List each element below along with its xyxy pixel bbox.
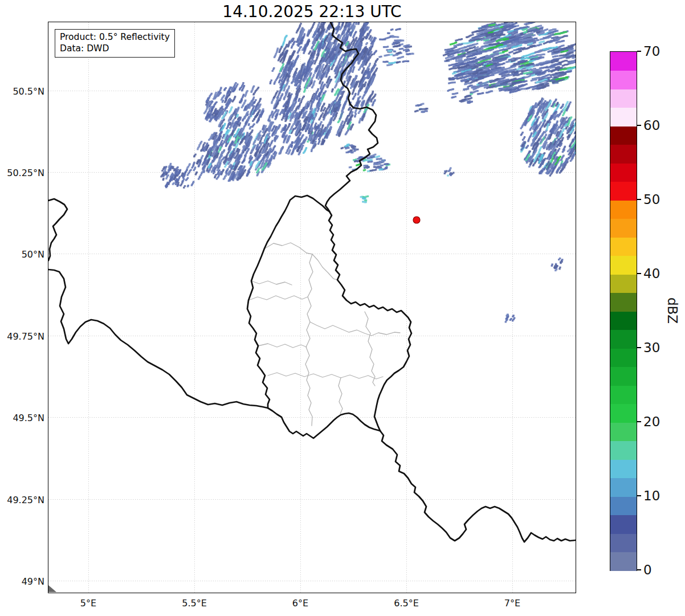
colorbar-segment: [610, 126, 637, 145]
colorbar-segment: [610, 256, 637, 275]
colorbar-segment: [610, 459, 637, 478]
colorbar-tick-label: 50: [643, 192, 660, 207]
colorbar-segment: [610, 145, 637, 164]
y-tick-label: 49°N: [0, 576, 44, 587]
map-plot: Product: 0.5° Reflectivity Data: DWD: [48, 22, 576, 593]
colorbar-segment: [610, 108, 637, 127]
colorbar-segment: [610, 348, 637, 367]
colorbar-tick-mark: [637, 347, 641, 348]
x-tick-label: 6.5°E: [394, 598, 419, 609]
colorbar-tick-label: 70: [643, 44, 660, 59]
colorbar-tick-label: 30: [643, 340, 660, 355]
x-tick-label: 5°E: [80, 598, 96, 609]
colorbar-tick-mark: [637, 569, 641, 570]
colorbar-segment: [610, 52, 637, 71]
colorbar-segment: [610, 274, 637, 293]
colorbar-segment: [610, 200, 637, 219]
x-tick-label: 6°E: [292, 598, 308, 609]
colorbar-segment: [610, 385, 637, 404]
y-tick-label: 50°N: [0, 249, 44, 260]
colorbar-segment: [610, 71, 637, 89]
colorbar-segment: [610, 330, 637, 349]
colorbar-segment: [610, 311, 637, 330]
radar-map-canvas: [48, 22, 576, 593]
colorbar-segment: [610, 478, 637, 497]
colorbar-tick-mark: [637, 421, 641, 422]
colorbar-segment: [610, 89, 637, 108]
colorbar-tick-label: 40: [643, 266, 660, 281]
y-tick-label: 50.25°N: [0, 168, 44, 178]
colorbar-tick-mark: [637, 51, 641, 52]
figure-title: 14.10.2025 22:13 UTC: [48, 2, 576, 21]
colorbar-segment: [610, 163, 637, 182]
colorbar-tick-mark: [637, 495, 641, 496]
colorbar-segment: [610, 422, 637, 441]
annotation-data-line: Data: DWD: [60, 43, 170, 54]
colorbar-segment: [610, 367, 637, 386]
y-tick-label: 50.5°N: [0, 86, 44, 97]
colorbar-segment: [610, 496, 637, 515]
colorbar-tick-label: 60: [643, 118, 660, 133]
annotation-product-line: Product: 0.5° Reflectivity: [60, 31, 170, 43]
colorbar-segment: [610, 293, 637, 312]
y-tick-label: 49.75°N: [0, 331, 44, 342]
colorbar-segment: [610, 404, 637, 423]
y-tick-label: 49.25°N: [0, 495, 44, 505]
colorbar-segment: [610, 515, 637, 534]
colorbar-tick-mark: [637, 199, 641, 200]
colorbar-segment: [610, 219, 637, 238]
product-annotation: Product: 0.5° Reflectivity Data: DWD: [55, 29, 175, 58]
colorbar-axis-label: dBZ: [665, 297, 680, 324]
colorbar-segment: [610, 552, 637, 571]
colorbar-tick-mark: [637, 273, 641, 274]
colorbar-tick-label: 0: [643, 562, 652, 577]
y-tick-label: 49.5°N: [0, 413, 44, 423]
colorbar-segment: [610, 182, 637, 201]
x-tick-label: 7°E: [504, 598, 520, 609]
colorbar: [610, 51, 637, 571]
colorbar-segment: [610, 441, 637, 460]
colorbar-segment: [610, 533, 637, 552]
radar-figure: 14.10.2025 22:13 UTC Product: 0.5° Refle…: [0, 0, 685, 616]
colorbar-tick-label: 10: [643, 488, 660, 503]
colorbar-tick-label: 20: [643, 414, 660, 429]
x-tick-label: 5.5°E: [182, 598, 207, 609]
colorbar-tick-mark: [637, 125, 641, 126]
colorbar-segment: [610, 237, 637, 256]
